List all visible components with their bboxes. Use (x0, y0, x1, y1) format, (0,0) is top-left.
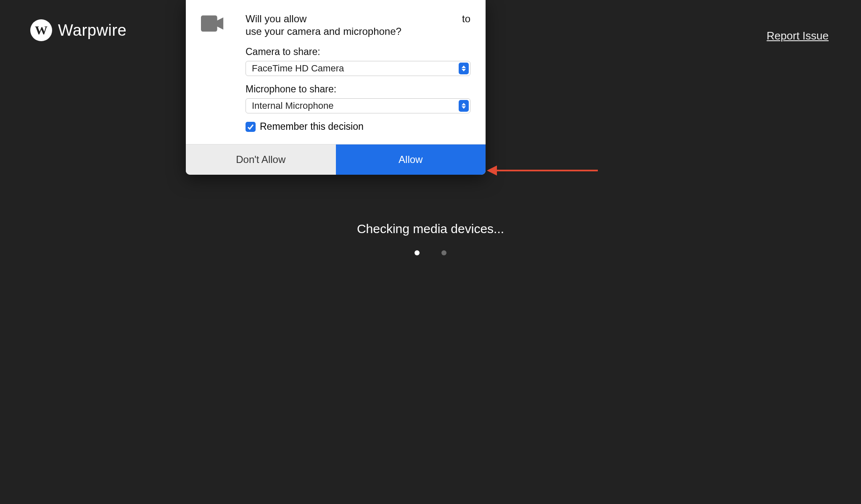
camera-select[interactable]: FaceTime HD Camera (246, 61, 470, 76)
permission-dialog: Will you allow to use your camera and mi… (186, 0, 486, 175)
camera-select-value: FaceTime HD Camera (252, 63, 344, 74)
dialog-body: Will you allow to use your camera and mi… (186, 0, 486, 144)
dialog-fields: Will you allow to use your camera and mi… (246, 13, 470, 132)
prompt-line1-left: Will you allow (246, 13, 306, 24)
loading-dot-2 (441, 250, 446, 255)
report-issue-link[interactable]: Report Issue (767, 29, 829, 42)
camera-field-label: Camera to share: (246, 46, 470, 58)
prompt-line2: use your camera and microphone? (246, 25, 470, 38)
select-stepper-icon (459, 63, 469, 74)
microphone-select-value: Internal Microphone (252, 100, 333, 111)
arrow-head-icon (487, 165, 497, 176)
annotation-arrow (487, 165, 598, 176)
remember-label: Remember this decision (260, 121, 364, 132)
dialog-buttons: Don't Allow Allow (186, 144, 486, 175)
remember-row: Remember this decision (246, 121, 470, 132)
select-stepper-icon (459, 100, 469, 112)
allow-button[interactable]: Allow (336, 144, 486, 175)
remember-checkbox[interactable] (246, 122, 256, 132)
app-header: W Warpwire (30, 19, 127, 41)
loading-dot-1 (415, 250, 420, 255)
dont-allow-button[interactable]: Don't Allow (186, 144, 336, 175)
loading-dots (0, 250, 861, 255)
camera-icon (201, 13, 225, 132)
warpwire-logo-icon: W (30, 19, 52, 41)
prompt-line1-right: to (462, 13, 470, 25)
microphone-field-label: Microphone to share: (246, 84, 470, 95)
logo-letter: W (35, 23, 48, 37)
status-text: Checking media devices... (0, 222, 861, 236)
arrow-line (497, 170, 598, 171)
microphone-select[interactable]: Internal Microphone (246, 98, 470, 113)
brand-name: Warpwire (58, 21, 127, 39)
